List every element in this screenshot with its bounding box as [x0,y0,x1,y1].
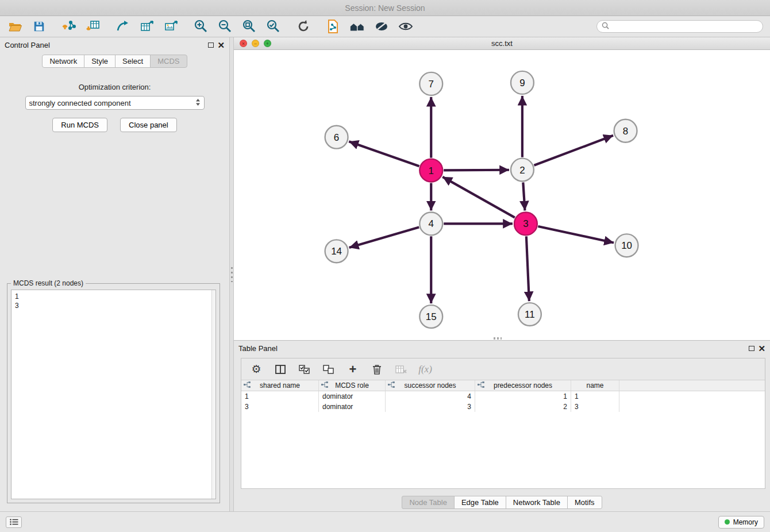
export-image-icon[interactable] [163,18,179,34]
table-row[interactable]: 1 dominator 4 1 1 [241,391,765,402]
table-panel-header: Table Panel ✕ [234,341,770,356]
graph-edge-2-8[interactable] [534,136,613,165]
result-line: 1 [15,292,212,301]
graph-node-label: 1 [429,165,434,176]
table-toolbar: ⚙ + f(x) [241,358,765,380]
zoom-out-icon[interactable] [217,18,233,34]
panel-splitter[interactable] [230,37,234,511]
mcds-result-group: MCDS result (2 nodes) 1 3 [7,283,220,503]
graph-node-11[interactable]: 11 [518,303,541,326]
eye-icon[interactable] [398,18,414,34]
search-input[interactable] [613,22,758,30]
tab-node-table[interactable]: Node Table [402,496,455,509]
zoom-window-icon[interactable]: + [264,40,271,47]
cell-successor-nodes: 3 [386,402,475,412]
graph-node-15[interactable]: 15 [419,305,442,328]
run-mcds-button[interactable]: Run MCDS [52,118,107,132]
tab-select[interactable]: Select [115,55,151,68]
open-session-icon[interactable] [7,18,23,34]
column-header-predecessor-nodes[interactable]: predecessor nodes [475,380,571,391]
graph-edge-1-2[interactable] [444,170,509,171]
deselect-all-columns-icon[interactable] [322,363,336,376]
zoom-selected-icon[interactable] [265,18,282,34]
graph-node-label: 10 [621,240,632,251]
import-network-icon[interactable] [61,18,77,34]
graph-node-14[interactable]: 14 [325,240,348,263]
table-settings-gear-icon[interactable]: ⚙ [249,363,263,376]
float-table-panel-icon[interactable] [749,346,754,351]
task-history-button[interactable] [6,516,22,528]
select-all-columns-icon[interactable] [298,363,311,376]
refresh-icon[interactable] [295,18,311,34]
cell-name: 1 [571,391,619,402]
graph-node-4[interactable]: 4 [419,212,442,235]
graph-edge-3-10[interactable] [538,226,614,242]
tab-network[interactable]: Network [42,55,84,68]
tab-mcds[interactable]: MCDS [150,55,187,68]
graph-edge-4-14[interactable] [349,228,419,248]
memory-button[interactable]: Memory [718,516,764,529]
tab-network-table[interactable]: Network Table [506,496,568,509]
network-canvas[interactable]: 7968124314101511 [234,50,770,340]
zoom-in-icon[interactable] [193,18,209,34]
zoom-fit-icon[interactable] [241,18,257,34]
column-header-shared-name[interactable]: shared name [241,380,319,391]
ndex-icon[interactable] [349,18,365,34]
graph-edge-2-3[interactable] [523,182,525,210]
graph-edge-3-11[interactable] [526,236,529,301]
memory-status-icon [725,519,730,525]
column-header-successor-nodes[interactable]: successor nodes [386,380,475,391]
graph-node-label: 8 [623,126,628,137]
select-arrows-icon [195,98,201,108]
export-network-icon[interactable] [115,18,131,34]
delete-table-icon [394,363,408,376]
column-tree-icon [321,381,328,390]
save-session-icon[interactable] [31,18,47,34]
tab-edge-table[interactable]: Edge Table [454,496,506,509]
graph-node-8[interactable]: 8 [614,119,637,142]
graph-node-10[interactable]: 10 [615,234,638,257]
graph-edge-1-6[interactable] [349,141,419,166]
splitter-grip-icon [231,267,233,282]
close-panel-button[interactable]: Close panel [120,118,177,132]
result-line: 3 [15,301,212,310]
import-table-icon[interactable] [85,18,101,34]
network-window-titlebar[interactable]: scc.txt × − + [234,37,770,50]
close-window-icon[interactable]: × [240,40,247,47]
close-panel-icon[interactable]: ✕ [217,41,225,49]
mcds-result-list[interactable]: 1 3 [11,290,216,499]
minimize-window-icon[interactable]: − [252,40,259,47]
search-field[interactable] [596,20,763,33]
graph-node-9[interactable]: 9 [511,71,534,94]
optimization-criterion-label: Optimization criterion: [0,83,229,91]
graph-node-label: 3 [523,218,528,229]
graph-edge-3-1[interactable] [442,177,515,218]
add-column-icon[interactable]: + [346,363,360,376]
result-scrollbar[interactable] [211,290,215,499]
main-toolbar [0,16,770,37]
column-header-mcds-role[interactable]: MCDS role [319,380,386,391]
graph-node-2[interactable]: 2 [511,159,534,182]
criterion-select[interactable]: strongly connected component [25,96,205,110]
cell-predecessor-nodes: 2 [475,402,571,412]
tab-style[interactable]: Style [84,55,116,68]
float-panel-icon[interactable] [208,43,214,48]
graph-node-3[interactable]: 3 [514,212,537,235]
delete-column-trash-icon[interactable] [370,363,384,376]
export-table-icon[interactable] [139,18,155,34]
node-table: shared name MCDS role successor nodes pr… [241,380,765,488]
graph-node-6[interactable]: 6 [325,126,348,149]
search-icon [602,22,609,31]
tab-motifs[interactable]: Motifs [567,496,602,509]
control-panel-title: Control Panel [5,41,50,49]
table-row[interactable]: 3 dominator 3 2 3 [241,402,765,412]
close-table-panel-icon[interactable]: ✕ [758,344,765,353]
split-view-icon[interactable] [274,363,287,376]
cell-shared-name: 1 [241,391,319,402]
graph-node-1[interactable]: 1 [419,159,442,182]
window-resize-grip-icon[interactable] [494,337,502,340]
graph-node-7[interactable]: 7 [419,72,442,95]
style-icon[interactable] [374,18,390,34]
column-header-name[interactable]: name [571,380,619,391]
import-database-icon[interactable] [325,18,341,34]
